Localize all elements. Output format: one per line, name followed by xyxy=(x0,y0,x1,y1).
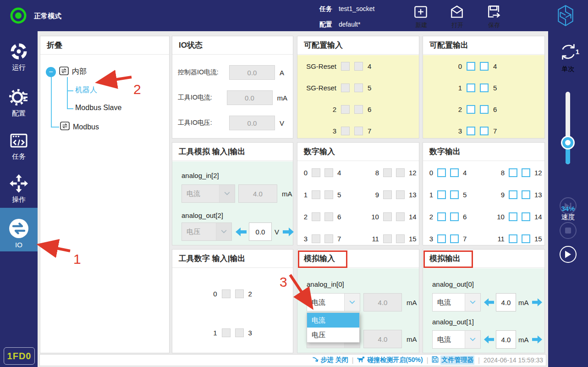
analog-out1-type-dropdown[interactable]: 电流 xyxy=(432,330,481,349)
single-cycle-button[interactable]: 1 单次 xyxy=(548,41,588,73)
config-output-checkbox[interactable] xyxy=(467,105,475,114)
file-manager-button[interactable]: 文件管理器 xyxy=(432,356,474,365)
config-output-checkbox[interactable] xyxy=(467,62,475,71)
digital-output-checkbox[interactable] xyxy=(450,190,459,199)
play-button[interactable] xyxy=(560,246,577,263)
digital-output-checkbox[interactable] xyxy=(509,212,517,221)
digital-input-checkbox xyxy=(396,168,405,177)
io-status-panel: IO状态 控制器IO电流: A 工具IO电流: mA 工具IO电压: V xyxy=(172,36,293,139)
decrement-arrow-icon[interactable] xyxy=(236,227,247,237)
digital-output-checkbox[interactable] xyxy=(450,168,459,177)
config-value: default* xyxy=(339,21,360,28)
config-input-checkbox xyxy=(354,62,363,71)
checkbox-row: 3 7 xyxy=(297,120,419,141)
io-swap-icon xyxy=(0,218,38,239)
dropdown-option-current[interactable]: 电流 xyxy=(307,313,359,328)
config-output-checkbox[interactable] xyxy=(480,62,489,71)
collapse-toggle-icon[interactable]: − xyxy=(46,67,56,77)
chevron-down-icon xyxy=(219,185,235,202)
new-icon xyxy=(406,4,435,20)
digital-output-checkbox[interactable] xyxy=(450,234,459,243)
dropdown-option-voltage[interactable]: 电压 xyxy=(307,328,359,342)
sidebar-item-task[interactable]: 任务 xyxy=(0,130,38,161)
sidebar-item-config[interactable]: 配置 xyxy=(0,87,38,118)
panel-title: 数字输出 xyxy=(423,143,544,161)
digital-output-checkbox[interactable] xyxy=(509,234,517,243)
config-output-checkbox[interactable] xyxy=(467,127,475,135)
digital-output-checkbox[interactable] xyxy=(437,168,446,177)
checkbox-row: 2 6 xyxy=(423,99,544,120)
checkbox-row: SG-Reset 5 xyxy=(297,77,419,98)
decrement-arrow-icon[interactable] xyxy=(484,335,494,344)
analog-in1-value-field xyxy=(363,330,402,348)
status-bar: 步进 关闭 | 碰撞检测开启(50%) | 文件管理器 | 2024-06-14… xyxy=(39,354,546,366)
digital-input-checkbox xyxy=(383,234,392,243)
config-output-checkbox[interactable] xyxy=(480,83,489,92)
config-input-checkbox xyxy=(354,127,363,135)
digital-output-checkbox[interactable] xyxy=(437,212,446,221)
app-window: 正常模式 任务 test1_socket 配置 default* 新建 xyxy=(0,0,588,367)
config-output-checkbox[interactable] xyxy=(467,83,475,92)
increment-arrow-icon[interactable] xyxy=(532,335,542,344)
config-output-checkbox[interactable] xyxy=(480,127,489,135)
config-input-checkbox xyxy=(354,105,363,114)
digital-output-checkbox[interactable] xyxy=(509,168,517,177)
digital-input-checkbox xyxy=(396,190,405,199)
io-status-row: 工具IO电流: mA xyxy=(172,90,293,105)
status-badge: 1FD0 xyxy=(4,347,35,365)
checkbox-row: 0 2 xyxy=(172,282,293,305)
chevron-down-icon xyxy=(465,331,480,348)
step-forward-button xyxy=(560,197,577,214)
digital-output-checkbox[interactable] xyxy=(522,234,530,243)
collision-detection-status[interactable]: 碰撞检测开启(50%) xyxy=(357,356,423,364)
tree-connector xyxy=(67,90,73,91)
analog-out0-value-field[interactable] xyxy=(496,293,516,311)
analog-out1-value-field[interactable] xyxy=(496,330,516,349)
decrement-arrow-icon[interactable] xyxy=(484,298,494,307)
checkbox-row: 37 1115 xyxy=(423,228,544,250)
datetime: 2024-06-14 15:59:33 xyxy=(484,356,543,364)
digital-output-checkbox[interactable] xyxy=(437,234,446,243)
config-output-checkbox[interactable] xyxy=(480,105,489,114)
digital-output-checkbox[interactable] xyxy=(522,212,530,221)
checkbox-row: 0 4 xyxy=(423,56,544,77)
open-button[interactable]: 打开 xyxy=(442,4,472,20)
digital-output-checkbox[interactable] xyxy=(450,212,459,221)
tree-node-robot[interactable]: 机器人 xyxy=(75,85,97,95)
increment-arrow-icon[interactable] xyxy=(283,227,294,237)
tree-node-modbus-slave[interactable]: Modbus Slave xyxy=(75,104,121,112)
speed-slider-handle[interactable] xyxy=(562,137,573,148)
tree-connector xyxy=(51,76,52,127)
step-mode-status[interactable]: 步进 关闭 xyxy=(312,356,348,364)
checkbox-row: 1 5 xyxy=(423,77,544,98)
sidebar-item-run[interactable]: 运行 xyxy=(0,41,38,72)
digital-output-checkbox[interactable] xyxy=(509,190,517,199)
increment-arrow-icon[interactable] xyxy=(532,298,542,307)
mode-indicator-icon xyxy=(9,6,27,25)
digital-output-checkbox[interactable] xyxy=(522,190,530,199)
checkbox-row: 15 913 xyxy=(297,184,419,206)
configurable-input-panel: 可配置输入 SG-Reset 4 SG-Reset 5 2 6 3 xyxy=(297,36,419,139)
digital-output-checkbox[interactable] xyxy=(522,168,530,177)
gear-icon xyxy=(0,87,38,107)
tree-node-modbus[interactable]: Modbus xyxy=(60,122,99,132)
tree-node-internal[interactable]: − 内部 xyxy=(46,67,87,77)
new-button[interactable]: 新建 xyxy=(406,4,435,20)
digital-output-checkbox[interactable] xyxy=(437,190,446,199)
tool-analog-out-value-field[interactable] xyxy=(249,222,272,241)
digital-input-checkbox xyxy=(312,234,320,243)
analog-out0-type-dropdown[interactable]: 电流 xyxy=(432,293,481,311)
tree-connector xyxy=(67,108,73,109)
tree-connector xyxy=(67,77,68,109)
sidebar-item-io[interactable]: IO xyxy=(0,208,38,251)
sidebar-item-operate[interactable]: 操作 xyxy=(0,173,38,204)
panel-title: 可配置输入 xyxy=(297,36,419,55)
digital-output-panel: 数字输出 04 812 15 913 26 1014 37 1115 xyxy=(423,142,545,245)
analog-in0-type-dropdown[interactable]: 电流 xyxy=(307,293,360,311)
floppy-disk-icon xyxy=(432,356,439,364)
digital-input-checkbox xyxy=(324,234,333,243)
speed-slider[interactable] xyxy=(566,92,570,164)
config-input-checkbox xyxy=(341,83,350,92)
single-cycle-icon: 1 xyxy=(558,41,579,64)
save-button[interactable]: 保存 xyxy=(479,4,508,20)
